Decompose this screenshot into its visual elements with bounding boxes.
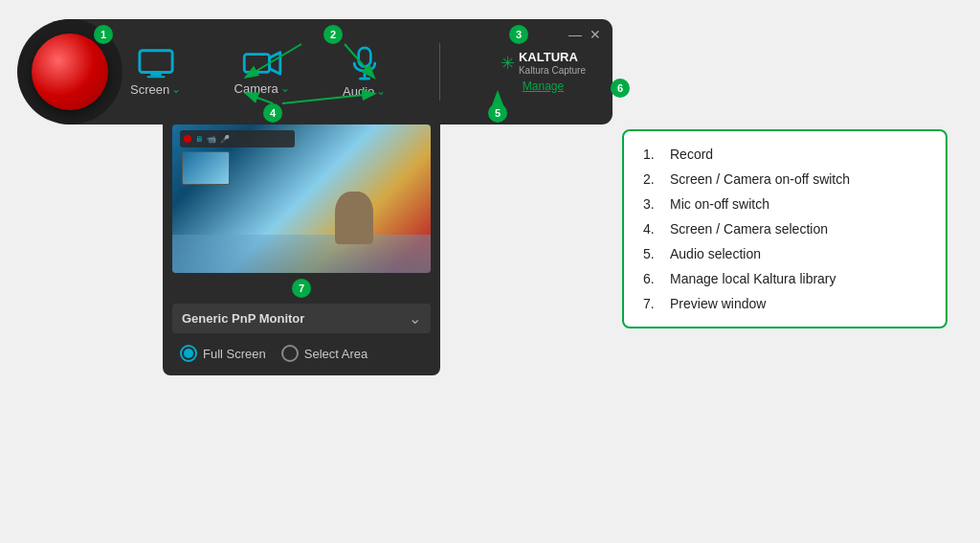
camera-control-group[interactable]: Camera ⌄	[234, 49, 290, 96]
mini-cam-icon: 📹	[207, 135, 216, 144]
preview-image: 🖥 📹 🎤	[172, 124, 431, 273]
divider	[439, 43, 440, 101]
item-3-num: 3.	[643, 196, 662, 212]
info-panel: 1. Record 2. Screen / Camera on-off swit…	[622, 129, 947, 328]
list-item-6: 6. Manage local Kaltura library	[643, 271, 926, 286]
mic-icon	[352, 46, 377, 80]
kaltura-section: — ✕ ✳ KALTURAKaltura Capture Manage	[493, 51, 593, 92]
audio-chevron: ⌄	[376, 84, 386, 98]
main-container: Screen ⌄ Camera ⌄	[19, 19, 957, 527]
item-1-text: Record	[670, 147, 713, 162]
item-7-text: Preview window	[670, 296, 766, 311]
camera-icon	[241, 49, 283, 78]
full-screen-label: Full Screen	[203, 347, 266, 361]
full-screen-radio-inner	[184, 349, 193, 358]
list-item-1: 1. Record	[643, 147, 926, 162]
mini-record-dot	[184, 135, 191, 143]
svg-rect-2	[146, 76, 165, 78]
screen-chevron: ⌄	[171, 82, 181, 96]
screen-label: Screen ⌄	[130, 82, 181, 97]
audio-label: Audio ⌄	[343, 84, 386, 99]
item-4-num: 4.	[643, 221, 662, 237]
item-4-text: Screen / Camera selection	[670, 221, 828, 237]
preview-panel: 🖥 📹 🎤 7 Generic PnP Monitor ⌄ Full Scree…	[163, 115, 440, 375]
water-reflection	[172, 235, 431, 273]
item-5-text: Audio selection	[670, 246, 761, 261]
list-item-5: 5. Audio selection	[643, 246, 926, 261]
svg-rect-3	[244, 54, 269, 72]
item-6-text: Manage local Kaltura library	[670, 271, 836, 286]
badge-3: 3	[509, 25, 528, 44]
item-2-num: 2.	[643, 171, 662, 187]
badge-5: 5	[488, 103, 507, 123]
badge-2: 2	[323, 25, 343, 44]
item-5-num: 5.	[643, 246, 662, 261]
mini-mic-icon: 🎤	[220, 135, 230, 144]
manage-link[interactable]: Manage	[523, 79, 564, 93]
camera-chevron: ⌄	[280, 81, 290, 95]
list-item-2: 2. Screen / Camera on-off switch	[643, 171, 926, 187]
list-item-7: 7. Preview window	[643, 296, 926, 311]
monitor-dropdown[interactable]: Generic PnP Monitor ⌄	[172, 304, 431, 333]
badge-7: 7	[292, 279, 311, 298]
screen-icon	[138, 48, 174, 79]
camera-label: Camera ⌄	[234, 81, 290, 96]
select-area-radio[interactable]	[281, 345, 299, 362]
list-item-4: 4. Screen / Camera selection	[643, 221, 926, 237]
toolbar-controls: Screen ⌄ Camera ⌄	[122, 43, 601, 101]
badge-7-wrap: 7	[172, 275, 431, 298]
full-screen-option[interactable]: Full Screen	[180, 345, 266, 362]
badge-4: 4	[263, 103, 282, 123]
record-button[interactable]	[32, 34, 108, 110]
item-6-num: 6.	[643, 271, 662, 286]
select-area-label: Select Area	[304, 347, 368, 361]
dropdown-chevron-icon: ⌄	[409, 309, 421, 328]
screen-control-group[interactable]: Screen ⌄	[130, 48, 181, 97]
item-2-text: Screen / Camera on-off switch	[670, 171, 850, 187]
preview-mini-screen	[182, 151, 230, 185]
window-controls: — ✕	[568, 27, 601, 42]
svg-rect-1	[150, 72, 161, 76]
kaltura-brand: KALTURAKaltura Capture	[519, 51, 586, 75]
select-area-option[interactable]: Select Area	[281, 345, 368, 362]
close-button[interactable]: ✕	[590, 27, 601, 42]
monitor-label: Generic PnP Monitor	[182, 311, 304, 326]
svg-marker-4	[269, 52, 279, 74]
badge-6: 6	[611, 79, 630, 98]
preview-mini-bar: 🖥 📹 🎤	[180, 130, 295, 147]
item-1-num: 1.	[643, 147, 662, 162]
svg-rect-5	[358, 47, 370, 66]
badge-1: 1	[94, 25, 113, 44]
item-7-num: 7.	[643, 296, 662, 311]
list-item-3: 3. Mic on-off switch	[643, 196, 926, 212]
item-3-text: Mic on-off switch	[670, 196, 769, 212]
info-list: 1. Record 2. Screen / Camera on-off swit…	[643, 147, 926, 311]
full-screen-radio[interactable]	[180, 345, 197, 362]
rock-decoration	[335, 192, 373, 244]
svg-rect-0	[139, 50, 171, 72]
audio-control-group[interactable]: Audio ⌄	[343, 46, 386, 99]
mini-screen-icon: 🖥	[195, 135, 203, 144]
preview-options: Full Screen Select Area	[172, 341, 431, 366]
minimize-button[interactable]: —	[568, 27, 582, 42]
kaltura-logo: ✳ KALTURAKaltura Capture	[501, 51, 586, 75]
kaltura-star-icon: ✳	[501, 53, 515, 74]
